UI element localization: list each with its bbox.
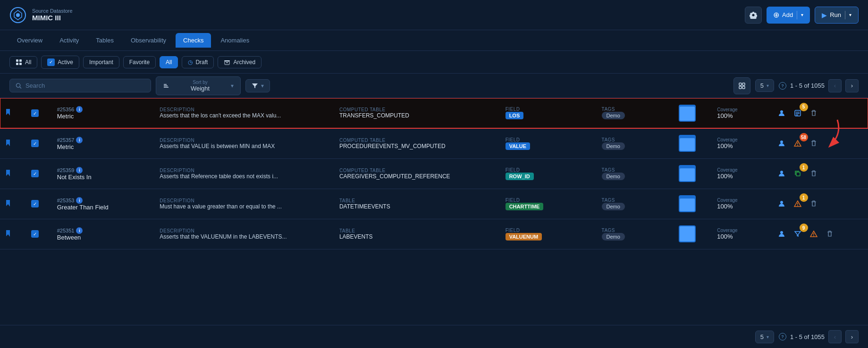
next-page-button[interactable]: › (845, 79, 859, 92)
important-filter-btn[interactable]: Important (83, 56, 119, 68)
row-field-4: Field VALUENUM (500, 219, 596, 249)
filter-icon (252, 83, 258, 89)
delete-icon-1[interactable] (807, 137, 820, 150)
settings-button[interactable] (745, 7, 762, 24)
row-table-4: Table LABEVENTS (334, 219, 500, 249)
add-button[interactable]: ⊕ Add ▾ (767, 7, 810, 24)
row-description-2: Description Asserts that Reference table… (154, 158, 334, 189)
search-box[interactable] (9, 79, 151, 92)
row-tags-1: Tags Demo (596, 128, 673, 158)
edit-icon-0[interactable]: 5 (791, 107, 804, 120)
delete-icon-2[interactable] (807, 167, 820, 180)
delete-icon-4[interactable] (823, 227, 836, 240)
row-tags-0: Tags Demo (596, 98, 673, 128)
table-row[interactable]: ✓ #25359 i Not Exists In Description Ass… (0, 158, 868, 189)
svg-point-26 (797, 145, 798, 146)
user-icon-0[interactable] (775, 107, 788, 120)
all-filter-btn[interactable]: All (9, 56, 37, 68)
svg-point-27 (780, 171, 783, 174)
header-title: Source Datastore MIMIC III (32, 8, 73, 22)
search-input[interactable] (25, 82, 145, 89)
favorite-filter-btn[interactable]: Favorite (123, 56, 156, 68)
row-info-icon-1[interactable]: i (76, 137, 83, 143)
row-bookmark-0[interactable] (0, 98, 25, 128)
row-bar-chart-0[interactable] (673, 98, 712, 128)
app-header: Source Datastore MIMIC III ⊕ Add ▾ ▶ Run (0, 0, 868, 30)
row-description-0: Description Asserts that the los can't e… (154, 98, 334, 128)
run-button[interactable]: ▶ Run ▾ (815, 7, 859, 24)
table-row[interactable]: ✓ #25351 i Between Description Asserts t… (0, 219, 868, 249)
tab-anomalies[interactable]: Anomalies (213, 33, 257, 48)
tab-tables[interactable]: Tables (88, 33, 121, 48)
user-icon-2[interactable] (775, 167, 788, 180)
svg-rect-23 (796, 115, 798, 116)
row-checkbox-0[interactable]: ✓ (25, 98, 51, 128)
row-bookmark-1[interactable] (0, 128, 25, 158)
row-info-icon-3[interactable]: i (76, 197, 83, 204)
table-row[interactable]: ✓ #25353 i Greater Than Field Descriptio… (0, 189, 868, 219)
row-description-4: Description Asserts that the VALUENUM in… (154, 219, 334, 249)
tab-overview[interactable]: Overview (9, 33, 50, 48)
draft-filter-btn[interactable]: ◷ Draft (182, 56, 214, 68)
page-size-select[interactable]: 5 ▾ (755, 79, 774, 92)
alert-icon-1[interactable]: 58 (791, 137, 804, 150)
bottom-prev-button[interactable]: ‹ (828, 330, 842, 343)
bottom-next-button[interactable]: › (845, 330, 859, 343)
tab-activity[interactable]: Activity (52, 33, 86, 48)
row-bookmark-3[interactable] (0, 189, 25, 219)
row-bar-chart-3[interactable] (673, 189, 712, 219)
row-checkbox-3[interactable]: ✓ (25, 189, 51, 219)
row-coverage-1: Coverage 100% (711, 128, 769, 158)
row-coverage-0: Coverage 100% (711, 98, 769, 128)
active-filter-btn[interactable]: ✓ Active (41, 56, 79, 69)
row-info-icon-0[interactable]: i (76, 106, 83, 113)
view-icon (739, 83, 745, 89)
row-table-0: Computed Table TRANSFERS_COMPUTED (334, 98, 500, 128)
row-id-type-4: #25351 i Between (51, 219, 154, 249)
row-bar-chart-1[interactable] (673, 128, 712, 158)
bottom-page-size[interactable]: 5 ▾ (755, 331, 774, 343)
delete-icon-0[interactable] (807, 107, 820, 120)
tab-observability[interactable]: Observability (123, 33, 174, 48)
svg-point-19 (780, 110, 783, 113)
sort-button[interactable]: Sort by Weight ▾ (156, 76, 241, 95)
row-bar-chart-4[interactable] (673, 219, 712, 249)
user-icon-3[interactable] (775, 197, 788, 210)
row-info-icon-4[interactable]: i (76, 227, 83, 234)
row-bookmark-4[interactable] (0, 219, 25, 249)
table-row[interactable]: ✓ #25357 i Metric Description Asserts th… (0, 128, 868, 158)
view-toggle-button[interactable] (733, 77, 750, 94)
table-row[interactable]: ✓ #25356 i Metric Description Asserts th… (0, 98, 868, 128)
row-checkbox-1[interactable]: ✓ (25, 128, 51, 158)
header-subtitle: Source Datastore (32, 8, 73, 14)
row-info-icon-2[interactable]: i (76, 167, 83, 174)
bottom-bar: 5 ▾ ? 1 - 5 of 1055 ‹ › (0, 325, 868, 348)
filter-button[interactable]: ▾ (245, 79, 270, 92)
row-actions-0: 5 (769, 98, 868, 128)
copy-icon-2[interactable]: 1 (791, 167, 804, 180)
user-icon-1[interactable] (775, 137, 788, 150)
archived-filter-btn[interactable]: Archived (218, 56, 261, 68)
row-bookmark-2[interactable] (0, 158, 25, 189)
user-icon-4[interactable] (775, 227, 788, 240)
favorite-all-btn[interactable]: All (160, 56, 178, 68)
svg-rect-28 (796, 172, 800, 176)
row-checkbox-2[interactable]: ✓ (25, 158, 51, 189)
prev-page-button[interactable]: ‹ (828, 79, 842, 92)
pagination-help-icon[interactable]: ? (779, 82, 786, 90)
svg-rect-5 (16, 63, 18, 65)
row-bar-chart-2[interactable] (673, 158, 712, 189)
alert-icon-3[interactable]: 1 (791, 197, 804, 210)
header-right: ⊕ Add ▾ ▶ Run ▾ (745, 7, 859, 24)
alert2-icon-4[interactable] (807, 227, 820, 240)
row-actions-3: 1 (769, 189, 868, 219)
bottom-help-icon[interactable]: ? (779, 333, 786, 340)
delete-icon-3[interactable] (807, 197, 820, 210)
row-checkbox-4[interactable]: ✓ (25, 219, 51, 249)
row-id-type-1: #25357 i Metric (51, 128, 154, 158)
tab-checks[interactable]: Checks (176, 33, 211, 48)
archive-icon (224, 59, 230, 66)
filter2-icon-4[interactable]: 9 (791, 227, 804, 240)
svg-rect-6 (19, 63, 22, 65)
row-field-3: Field CHARTTIME (500, 189, 596, 219)
